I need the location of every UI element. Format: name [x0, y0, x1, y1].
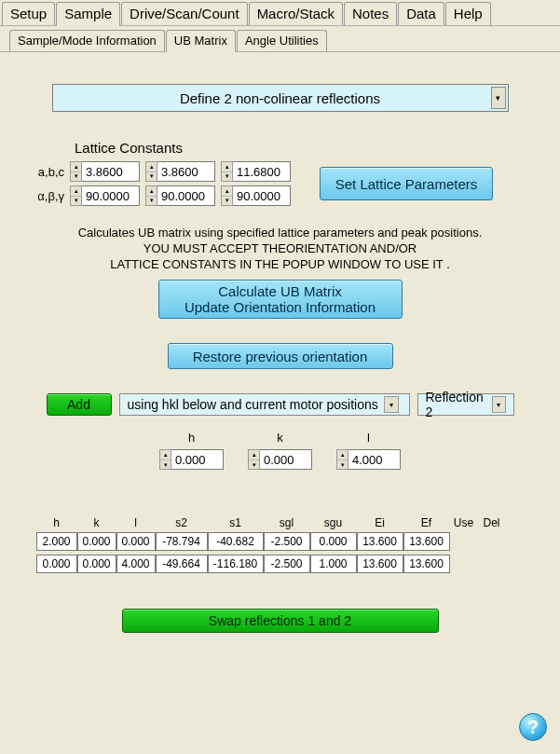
cell-s1[interactable] [208, 532, 264, 551]
chevron-down-icon[interactable]: ▾ [384, 396, 399, 413]
lattice-constants-title: Lattice Constants [75, 140, 532, 156]
calculate-ub-matrix-button[interactable]: Calculate UB Matrix Update Orientation I… [158, 280, 403, 319]
set-lattice-parameters-button[interactable]: Set Lattice Parameters [320, 167, 493, 200]
method-dropdown[interactable]: Define 2 non-colinear reflections ▾ [52, 84, 509, 112]
tab-sample[interactable]: Sample [56, 2, 120, 26]
table-row [36, 555, 525, 573]
cell-sgl[interactable] [264, 555, 310, 573]
lattice-gamma-input[interactable]: ▴▾ [221, 185, 291, 206]
cell-l[interactable] [116, 532, 156, 551]
cell-k[interactable] [77, 555, 116, 573]
chevron-down-icon[interactable]: ▾ [491, 87, 506, 109]
add-mode-dropdown[interactable]: using hkl below and current motor positi… [119, 393, 410, 416]
cell-s1[interactable] [208, 555, 264, 573]
help-icon[interactable]: ? [519, 713, 547, 741]
tab-setup[interactable]: Setup [2, 2, 55, 25]
cell-ef[interactable] [403, 555, 450, 573]
ub-matrix-info-text: Calculates UB matrix using specified lat… [28, 225, 532, 272]
method-dropdown-label: Define 2 non-colinear reflections [180, 90, 380, 106]
add-reflection-button[interactable]: Add [47, 393, 112, 416]
tab-macro-stack[interactable]: Macro/Stack [249, 2, 343, 25]
cell-sgu[interactable] [310, 532, 357, 551]
h-label: h [157, 431, 226, 445]
cell-sgl[interactable] [264, 532, 310, 551]
cell-l[interactable] [116, 555, 156, 573]
reflections-table: h k l s2 s1 sgl sgu Ei Ef Use Del [36, 516, 525, 573]
angles-label: α,β,γ [28, 189, 67, 203]
tab-drive-scan-count[interactable]: Drive/Scan/Count [121, 2, 248, 25]
chevron-down-icon[interactable]: ▾ [492, 396, 505, 413]
lattice-beta-input[interactable]: ▴▾ [145, 185, 215, 206]
lattice-c-input[interactable]: ▴▾ [221, 161, 291, 182]
reflection-select-dropdown[interactable]: Reflection 2 ▾ [417, 393, 514, 416]
cell-ei[interactable] [357, 532, 403, 551]
cell-s2[interactable] [156, 532, 208, 551]
sub-tab-strip: Sample/Mode Information UB Matrix Angle … [0, 26, 560, 52]
cell-s2[interactable] [156, 555, 208, 573]
cell-sgu[interactable] [310, 555, 357, 573]
table-row [36, 532, 525, 551]
cell-k[interactable] [77, 532, 116, 551]
subtab-sample-mode-info[interactable]: Sample/Mode Information [9, 30, 165, 51]
main-tab-strip: Setup Sample Drive/Scan/Count Macro/Stac… [0, 0, 560, 26]
k-input[interactable]: ▴▾ [248, 449, 312, 470]
cell-h[interactable] [36, 555, 77, 573]
tab-notes[interactable]: Notes [344, 2, 397, 25]
tab-help[interactable]: Help [445, 2, 491, 25]
subtab-ub-matrix[interactable]: UB Matrix [166, 30, 236, 52]
swap-reflections-button[interactable]: Swap reflections 1 and 2 [122, 609, 439, 633]
h-input[interactable]: ▴▾ [159, 449, 224, 470]
restore-previous-orientation-button[interactable]: Restore previous orientation [168, 343, 393, 369]
ub-matrix-panel: Define 2 non-colinear reflections ▾ Latt… [0, 52, 560, 633]
l-label: l [334, 431, 403, 445]
l-input[interactable]: ▴▾ [336, 449, 401, 470]
lattice-a-input[interactable]: ▴▾ [70, 161, 140, 182]
abc-label: a,b,c [28, 165, 67, 179]
subtab-angle-utilities[interactable]: Angle Utilities [237, 30, 327, 51]
cell-ei[interactable] [357, 555, 403, 573]
lattice-alpha-input[interactable]: ▴▾ [70, 185, 140, 206]
cell-h[interactable] [36, 532, 77, 551]
k-label: k [245, 431, 315, 445]
cell-ef[interactable] [403, 532, 450, 551]
lattice-b-input[interactable]: ▴▾ [145, 161, 215, 182]
tab-data[interactable]: Data [398, 2, 444, 25]
